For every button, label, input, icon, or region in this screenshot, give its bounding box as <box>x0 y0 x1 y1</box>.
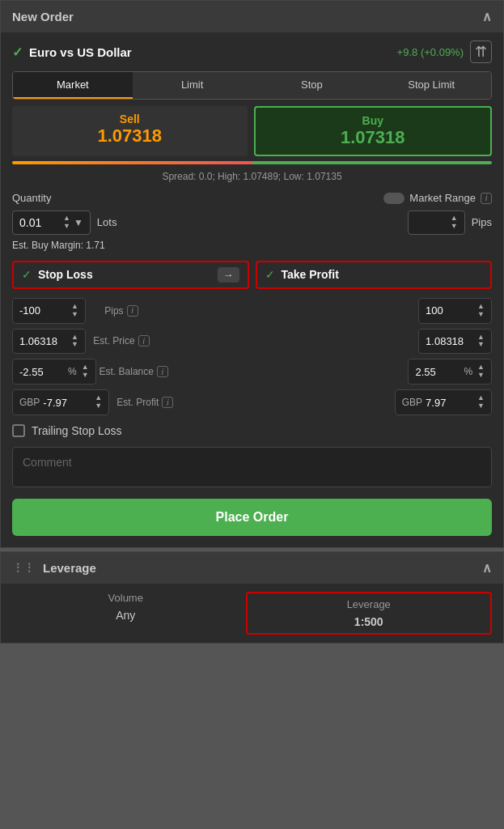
tp-price-down-icon[interactable]: ▼ <box>477 341 485 349</box>
tab-limit[interactable]: Limit <box>133 72 252 99</box>
stop-loss-check-icon: ✓ <box>22 268 32 281</box>
sl-price-input-wrapper: ▲ ▼ <box>12 329 86 355</box>
tab-stop[interactable]: Stop <box>252 72 372 99</box>
leverage-panel-header: ⋮⋮ Leverage ∧ <box>1 552 503 584</box>
sell-price: 1.07318 <box>22 125 238 147</box>
pips-input[interactable] <box>415 216 447 229</box>
pips-center-label: Pips i <box>89 305 154 317</box>
est-balance-center-label: Est. Balance i <box>100 366 168 377</box>
sl-pips-down-icon[interactable]: ▼ <box>71 311 78 319</box>
est-price-center-label: Est. Price i <box>89 335 154 346</box>
tp-balance-down-icon[interactable]: ▼ <box>477 372 485 380</box>
instrument-check-icon: ✓ <box>12 45 23 60</box>
pips-input-wrapper: ▲ ▼ <box>408 210 465 235</box>
order-tabs: Market Limit Stop Stop Limit <box>12 71 492 100</box>
tp-balance-input[interactable] <box>415 366 464 378</box>
leverage-value: 1:500 <box>354 615 383 628</box>
sl-balance-spinners: ▲ ▼ <box>82 363 89 380</box>
est-profit-text: Est. Profit <box>116 397 159 408</box>
sl-price-down-icon[interactable]: ▼ <box>71 341 78 349</box>
trailing-stop-loss-label: Trailing Stop Loss <box>32 424 122 437</box>
trailing-stop-loss-checkbox[interactable] <box>12 424 25 437</box>
tp-price-input-wrapper: ▲ ▼ <box>418 329 492 355</box>
sl-pips-input-wrapper: ▲ ▼ <box>12 298 86 324</box>
take-profit-box[interactable]: ✓ Take Profit <box>256 261 493 289</box>
tp-balance-input-wrapper: % ▲ ▼ <box>408 359 492 385</box>
sl-profit-spinners: ▲ ▼ <box>95 394 102 410</box>
share-icon[interactable]: ⇈ <box>470 40 492 63</box>
quantity-down-icon[interactable]: ▼ <box>63 223 70 231</box>
tp-pips-input[interactable] <box>426 304 474 317</box>
spread-bar <box>12 161 492 164</box>
comment-placeholder: Comment <box>23 456 72 469</box>
market-range-row: Market Range i <box>383 192 492 204</box>
quantity-input[interactable] <box>19 216 60 229</box>
est-profit-info-icon[interactable]: i <box>162 397 173 408</box>
sl-pct-label: % <box>68 366 77 377</box>
market-range-toggle[interactable] <box>383 193 404 204</box>
stop-loss-box[interactable]: ✓ Stop Loss → <box>12 261 249 289</box>
pips-down-icon[interactable]: ▼ <box>451 223 458 231</box>
tp-pips-spinners: ▲ ▼ <box>477 303 485 319</box>
trailing-stop-loss-row: Trailing Stop Loss <box>1 418 503 444</box>
pips-spinners: ▲ ▼ <box>451 215 458 231</box>
leverage-dots-icon: ⋮⋮ <box>12 561 35 574</box>
est-price-info-icon[interactable]: i <box>138 335 150 346</box>
tp-price-spinners: ▲ ▼ <box>477 334 485 350</box>
market-range-info-icon[interactable]: i <box>481 193 492 204</box>
tab-stop-limit[interactable]: Stop Limit <box>371 72 491 99</box>
est-balance-text: Est. Balance <box>100 366 154 377</box>
new-order-panel: New Order ∧ ✓ Euro vs US Dollar +9.8 (+0… <box>0 0 504 548</box>
sell-label: Sell <box>22 113 238 125</box>
volume-value: Any <box>116 609 135 622</box>
leverage-collapse-icon[interactable]: ∧ <box>482 560 492 576</box>
instrument-name: ✓ Euro vs US Dollar <box>12 45 132 60</box>
pips-fields-row: ▲ ▼ Pips i ▲ ▼ <box>1 295 503 326</box>
sl-profit-down-icon[interactable]: ▼ <box>95 402 102 410</box>
est-price-text: Est. Price <box>93 335 134 346</box>
quantity-row: Quantity Market Range i <box>1 189 503 207</box>
pips-info-icon[interactable]: i <box>127 305 138 317</box>
est-margin: Est. Buy Margin: 1.71 <box>1 238 503 257</box>
volume-label: Volume <box>108 592 143 604</box>
stop-loss-arrow-icon[interactable]: → <box>218 267 239 283</box>
buy-button[interactable]: Buy 1.07318 <box>254 106 493 156</box>
price-change: +9.8 (+0.09%) <box>397 46 464 58</box>
pips-label: Pips <box>472 216 492 228</box>
spread-bar-left <box>12 161 252 164</box>
tp-price-input[interactable] <box>426 335 474 347</box>
sl-gbp-label: GBP <box>19 397 40 408</box>
sl-balance-down-icon[interactable]: ▼ <box>82 372 89 380</box>
sl-price-spinners: ▲ ▼ <box>71 334 78 350</box>
leverage-title: Leverage <box>43 561 96 575</box>
sl-profit-input[interactable] <box>43 397 91 409</box>
comment-box[interactable]: Comment <box>12 447 492 487</box>
buy-label: Buy <box>265 114 481 127</box>
sell-button[interactable]: Sell 1.07318 <box>12 106 248 156</box>
quantity-input-wrapper: ▲ ▼ ▼ <box>12 210 91 235</box>
sl-price-input[interactable] <box>19 335 68 347</box>
leverage-panel: ⋮⋮ Leverage ∧ Volume Any Leverage 1:500 <box>0 551 504 644</box>
tp-profit-input-wrapper: GBP ▲ ▼ <box>395 389 492 415</box>
sl-balance-input[interactable] <box>19 366 68 378</box>
est-balance-info-icon[interactable]: i <box>157 366 168 377</box>
tp-profit-input[interactable] <box>426 397 474 409</box>
place-order-button[interactable]: Place Order <box>12 499 492 536</box>
tp-balance-spinners: ▲ ▼ <box>477 363 485 380</box>
spread-bar-right <box>252 161 493 164</box>
tp-profit-down-icon[interactable]: ▼ <box>477 402 485 410</box>
market-range-label: Market Range <box>409 192 476 204</box>
instrument-row: ✓ Euro vs US Dollar +9.8 (+0.09%) ⇈ <box>1 32 503 68</box>
lots-dropdown-icon[interactable]: ▼ <box>74 217 83 228</box>
sl-pips-input[interactable] <box>19 304 68 317</box>
stop-loss-label: Stop Loss <box>38 268 93 281</box>
tp-pct-label: % <box>464 366 472 377</box>
quantity-spinners: ▲ ▼ <box>63 215 70 231</box>
pips-center-text: Pips <box>104 305 123 317</box>
collapse-icon[interactable]: ∧ <box>482 9 492 24</box>
est-profit-center-label: Est. Profit i <box>112 397 177 408</box>
tp-pips-down-icon[interactable]: ▼ <box>477 311 485 319</box>
est-profit-fields-row: GBP ▲ ▼ Est. Profit i GBP ▲ ▼ <box>1 387 503 418</box>
tab-market[interactable]: Market <box>13 72 133 99</box>
sl-balance-input-wrapper: % ▲ ▼ <box>12 359 96 385</box>
